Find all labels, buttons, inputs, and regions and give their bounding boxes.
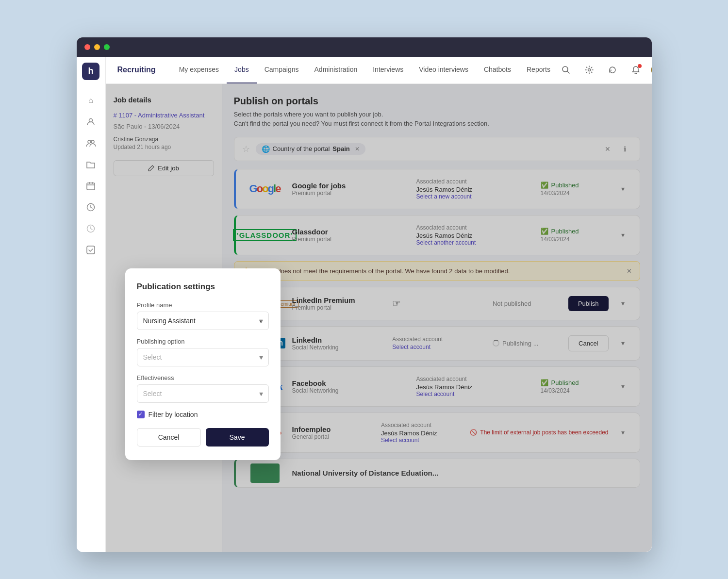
- app-logo: h: [82, 63, 99, 80]
- filter-location-label: Filter by location: [149, 411, 198, 418]
- sidebar-icon-clock[interactable]: [82, 199, 99, 216]
- refresh-icon[interactable]: [605, 62, 620, 78]
- modal-cancel-button[interactable]: Cancel: [137, 428, 201, 447]
- profile-name-select-wrapper: Nursing Assistant ▾: [137, 312, 269, 330]
- sidebar-icon-folder[interactable]: [82, 156, 99, 173]
- filter-location-checkbox[interactable]: [137, 411, 145, 418]
- nav-actions: [558, 62, 651, 78]
- effectiveness-placeholder: Select: [143, 390, 162, 397]
- svg-rect-3: [87, 183, 95, 190]
- effectiveness-group: Effectiveness Select ▾: [137, 374, 269, 403]
- chevron-down-icon: ▾: [259, 317, 263, 325]
- browser-chrome: [77, 37, 652, 57]
- nav-brand: Recruiting: [117, 66, 156, 74]
- filter-location-row: Filter by location: [137, 411, 269, 418]
- publishing-option-select[interactable]: Select ▾: [137, 348, 269, 366]
- profile-name-label: Profile name: [137, 301, 269, 309]
- browser-dot-green[interactable]: [104, 44, 110, 50]
- nav-item-chatbots[interactable]: Chatbots: [476, 57, 519, 84]
- nav-item-video-interviews[interactable]: Video interviews: [411, 57, 476, 84]
- svg-point-7: [563, 66, 568, 72]
- modal-actions: Cancel Save: [137, 428, 269, 447]
- chevron-down-icon-2: ▾: [259, 353, 263, 361]
- sidebar-icon-person[interactable]: [82, 113, 99, 131]
- notification-badge: [638, 64, 642, 68]
- effectiveness-label: Effectiveness: [137, 374, 269, 381]
- left-sidebar: h ⌂: [77, 57, 106, 552]
- publishing-option-placeholder: Select: [143, 353, 162, 361]
- profile-name-group: Profile name Nursing Assistant ▾: [137, 301, 269, 330]
- publication-settings-modal: Publication settings Profile name Nursin…: [125, 268, 281, 460]
- sidebar-icon-check[interactable]: [82, 241, 99, 259]
- nav-item-my-expenses[interactable]: My expenses: [171, 57, 227, 84]
- notifications-icon[interactable]: [628, 62, 644, 78]
- top-nav: Recruiting My expenses Jobs Campaigns Ad…: [106, 57, 652, 84]
- sidebar-icon-home[interactable]: ⌂: [82, 92, 99, 109]
- settings-icon[interactable]: [581, 62, 597, 78]
- search-icon[interactable]: [558, 62, 574, 78]
- publishing-option-label: Publishing option: [137, 338, 269, 345]
- svg-point-2: [91, 140, 94, 143]
- svg-point-8: [588, 69, 591, 71]
- nav-item-campaigns[interactable]: Campaigns: [257, 57, 307, 84]
- svg-point-1: [88, 140, 91, 143]
- svg-rect-6: [87, 246, 95, 254]
- sidebar-icon-people[interactable]: [82, 134, 99, 152]
- modal-save-button[interactable]: Save: [206, 428, 269, 447]
- sidebar-icon-calendar[interactable]: [82, 177, 99, 195]
- effectiveness-select[interactable]: Select ▾: [137, 384, 269, 403]
- sidebar-icon-clock2[interactable]: [82, 220, 99, 237]
- profile-name-value: Nursing Assistant: [143, 317, 196, 325]
- browser-dot-yellow[interactable]: [94, 44, 100, 50]
- nav-items: My expenses Jobs Campaigns Administratio…: [171, 57, 558, 84]
- chevron-down-icon-3: ▾: [259, 390, 263, 397]
- browser-dot-red[interactable]: [84, 44, 90, 50]
- nav-item-reports[interactable]: Reports: [519, 57, 558, 84]
- modal-title: Publication settings: [137, 282, 269, 292]
- nav-item-administration[interactable]: Administration: [307, 57, 365, 84]
- nav-item-jobs[interactable]: Jobs: [227, 57, 257, 84]
- nav-item-interviews[interactable]: Interviews: [365, 57, 411, 84]
- publishing-option-select-wrapper: Select ▾: [137, 348, 269, 366]
- publishing-option-group: Publishing option Select ▾: [137, 338, 269, 366]
- effectiveness-select-wrapper: Select ▾: [137, 384, 269, 403]
- profile-name-select[interactable]: Nursing Assistant ▾: [137, 312, 269, 330]
